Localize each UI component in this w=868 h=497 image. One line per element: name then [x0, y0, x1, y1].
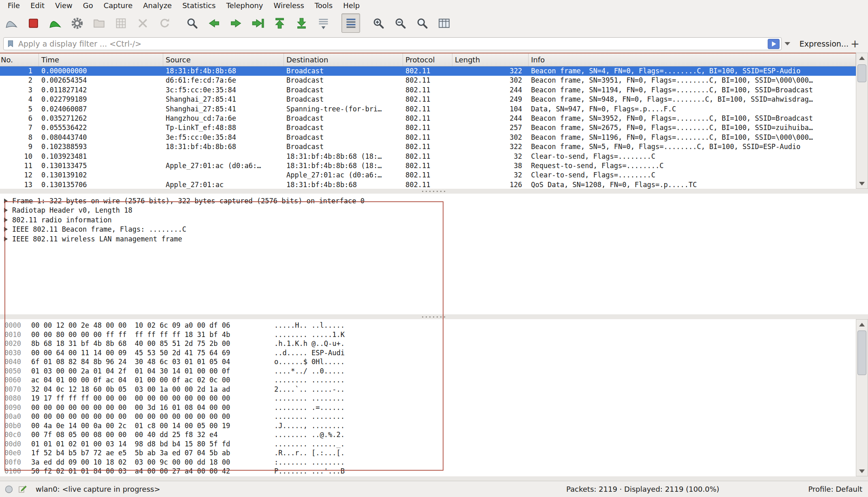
hex-ascii[interactable]: .....H.. ..l..... — [274, 321, 345, 329]
hex-row[interactable]: 00b000 4a 0e 14 00 0a 00 2c 01 c8 00 14 … — [4, 421, 856, 431]
hex-ascii[interactable]: o......$ 0Hl..... — [274, 358, 345, 366]
hex-row[interactable]: 005001 03 00 00 2a 01 04 2f 01 04 30 14 … — [4, 367, 856, 376]
hex-ascii[interactable]: :....... ........ — [274, 458, 345, 466]
hex-ascii[interactable]: .J....., ........ — [274, 422, 345, 430]
reload-file-button[interactable] — [155, 13, 174, 33]
menu-item-go[interactable]: Go — [78, 1, 98, 11]
hex-ascii[interactable]: P....... ...'...B — [274, 467, 345, 475]
hex-bytes[interactable]: 00 00 12 00 2e 48 00 00 10 02 6c 09 a0 0… — [31, 321, 274, 330]
menu-item-view[interactable]: View — [50, 1, 78, 11]
menu-item-capture[interactable]: Capture — [98, 1, 138, 11]
scroll-down-button[interactable] — [856, 466, 868, 476]
hex-ascii[interactable]: ........ ........ — [274, 376, 345, 384]
profile-selector[interactable]: Profile: Default — [808, 485, 862, 493]
hex-bytes[interactable]: 50 f2 02 01 01 84 00 03 a4 00 00 27 a4 0… — [31, 467, 274, 476]
hex-row[interactable]: 00d001 01 01 02 01 00 03 14 98 d8 bd b4 … — [4, 439, 856, 449]
menu-item-telephony[interactable]: Telephony — [221, 1, 268, 11]
expert-info-button[interactable] — [5, 485, 13, 493]
expander-triangle-icon[interactable] — [4, 218, 12, 222]
hex-bytes[interactable]: 6f 01 08 82 84 8b 96 24 30 48 6c 03 01 0… — [31, 357, 274, 367]
hex-bytes[interactable]: 00 00 00 00 00 00 00 00 00 3d 16 01 08 0… — [31, 403, 274, 412]
menu-item-edit[interactable]: Edit — [25, 1, 50, 11]
hex-bytes[interactable]: 19 17 ff ff ff 00 00 00 00 00 00 00 00 0… — [31, 394, 274, 403]
hex-bytes[interactable]: 00 00 64 00 11 14 00 09 45 53 50 2d 41 7… — [31, 348, 274, 358]
hex-ascii[interactable]: ........ ........ — [274, 412, 345, 420]
restart-capture-button[interactable] — [46, 13, 64, 33]
hex-row[interactable]: 008019 17 ff ff ff 00 00 00 00 00 00 00 … — [4, 394, 856, 403]
expander-triangle-icon[interactable] — [4, 237, 12, 241]
menu-item-statistics[interactable]: Statistics — [177, 1, 221, 11]
expression-button[interactable]: Expression... — [800, 39, 849, 48]
scrollbar-thumb[interactable] — [857, 64, 866, 82]
col-header-time[interactable]: Time — [39, 53, 163, 66]
menu-item-help[interactable]: Help — [338, 1, 365, 11]
zoom-in-button[interactable] — [369, 13, 388, 33]
go-forward-button[interactable] — [226, 13, 245, 33]
go-to-first-button[interactable] — [270, 13, 289, 33]
go-to-packet-button[interactable] — [248, 13, 267, 33]
col-header-protocol[interactable]: Protocol — [403, 53, 452, 66]
hex-ascii[interactable]: ........ ..@.%.2. — [274, 431, 345, 439]
menu-item-analyze[interactable]: Analyze — [138, 1, 177, 11]
hex-row[interactable]: 007032 04 0c 12 18 60 0b 05 03 00 1a 00 … — [4, 385, 856, 394]
add-filter-button[interactable]: + — [849, 38, 862, 50]
packet-row[interactable]: 110.130133475Apple_27:01:ac (d0:a6:…18:3… — [0, 161, 856, 171]
apply-filter-button[interactable] — [767, 38, 780, 49]
hex-bytes[interactable]: 00 7f 08 05 00 08 00 00 00 40 dd 25 f8 3… — [31, 430, 274, 439]
hex-row[interactable]: 003000 00 64 00 11 14 00 09 45 53 50 2d … — [4, 348, 856, 358]
scroll-up-button[interactable] — [856, 53, 868, 63]
pane-splitter[interactable] — [0, 314, 868, 319]
hex-bytes[interactable]: ac 04 01 00 00 0f ac 04 01 00 00 0f ac 0… — [31, 375, 274, 385]
packet-row[interactable]: 30.0118271423c:f5:cc:0e:35:84Broadcast80… — [0, 85, 856, 95]
hex-row[interactable]: 0060ac 04 01 00 00 0f ac 04 01 00 00 0f … — [4, 375, 856, 385]
capture-options-button[interactable] — [68, 13, 86, 33]
detail-line[interactable]: Frame 1: 322 bytes on wire (2576 bits), … — [0, 196, 868, 206]
open-file-button[interactable] — [90, 13, 108, 33]
filter-bookmark-icon[interactable] — [6, 39, 15, 48]
col-header-info[interactable]: Info — [529, 53, 856, 66]
packet-row[interactable]: 70.055536422Tp-LinkT_ef:48:88Broadcast80… — [0, 123, 856, 132]
scroll-up-button[interactable] — [856, 320, 868, 329]
menu-item-tools[interactable]: Tools — [309, 1, 338, 11]
hex-bytes[interactable]: 3a ed dd 09 00 10 18 02 03 00 9c 00 00 d… — [31, 458, 274, 467]
hex-ascii[interactable]: 2....`.. .....-.. — [274, 385, 345, 393]
hex-row[interactable]: 00208b 68 18 31 bf 4b 8b 68 40 00 85 51 … — [4, 339, 856, 348]
col-header-destination[interactable]: Destination — [284, 53, 403, 66]
go-to-last-button[interactable] — [292, 13, 311, 33]
packet-row[interactable]: 20.002654354d6:61:fe:cd:7a:6eBroadcast80… — [0, 76, 856, 85]
pane-splitter[interactable] — [0, 189, 868, 194]
hex-ascii[interactable]: ........ ........ — [274, 394, 345, 402]
hex-bytes[interactable]: 8b 68 18 31 bf 4b 8b 68 40 00 85 51 2d 7… — [31, 339, 274, 348]
hex-row[interactable]: 00c000 7f 08 05 00 08 00 00 00 40 dd 25 … — [4, 430, 856, 439]
scroll-down-button[interactable] — [856, 179, 868, 188]
hex-ascii[interactable]: ....*../ ..0..... — [274, 367, 345, 375]
hex-bytes[interactable]: 00 00 00 00 00 00 00 00 00 00 00 00 00 0… — [31, 412, 274, 421]
packet-row[interactable]: 40.022799189Shanghai_27:85:41Broadcast80… — [0, 95, 856, 104]
expander-triangle-icon[interactable] — [4, 198, 12, 203]
detail-line[interactable]: 802.11 radio information — [0, 215, 868, 225]
hex-bytes[interactable]: 1f 52 b4 b5 b7 72 ae e5 5b ab 3a ed 07 0… — [31, 448, 274, 458]
hex-bytes[interactable]: 00 4a 0e 14 00 0a 00 2c 01 c8 00 14 00 0… — [31, 421, 274, 431]
zoom-reset-button[interactable] — [413, 13, 431, 33]
hex-bytes[interactable]: 01 03 00 00 2a 01 04 2f 01 04 30 14 01 0… — [31, 367, 274, 376]
detail-line[interactable]: IEEE 802.11 wireless LAN management fram… — [0, 234, 868, 244]
colorize-packets-button[interactable] — [341, 13, 360, 33]
hex-row[interactable]: 00e01f 52 b4 b5 b7 72 ae e5 5b ab 3a ed … — [4, 448, 856, 458]
col-header-source[interactable]: Source — [163, 53, 284, 66]
col-header-length[interactable]: Length — [452, 53, 529, 66]
save-file-button[interactable] — [111, 13, 130, 33]
resize-columns-button[interactable] — [435, 13, 453, 33]
find-packet-button[interactable] — [183, 13, 201, 33]
go-back-button[interactable] — [205, 13, 223, 33]
scrollbar-thumb[interactable] — [857, 331, 866, 375]
hex-ascii[interactable]: ........ .....1.K — [274, 331, 345, 339]
packet-row[interactable]: 100.10392348118:31:bf:4b:8b:68 (18:…802.… — [0, 152, 856, 161]
packet-row[interactable]: 90.10238859318:31:bf:4b:8b:68Broadcast80… — [0, 142, 856, 151]
hex-ascii[interactable]: .R...r.. [.:...[. — [274, 449, 345, 457]
hex-bytes[interactable]: 00 00 80 00 00 00 ff ff ff ff ff ff 18 3… — [31, 330, 274, 339]
hex-row[interactable]: 00a000 00 00 00 00 00 00 00 00 00 00 00 … — [4, 412, 856, 421]
start-capture-button[interactable] — [2, 13, 21, 33]
hex-ascii[interactable]: .h.1.K.h @..Q-u+. — [274, 339, 345, 348]
hex-bytes[interactable]: 01 01 01 02 01 00 03 14 98 d8 bd b4 15 8… — [31, 439, 274, 449]
hex-row[interactable]: 001000 00 80 00 00 00 ff ff ff ff ff ff … — [4, 330, 856, 339]
